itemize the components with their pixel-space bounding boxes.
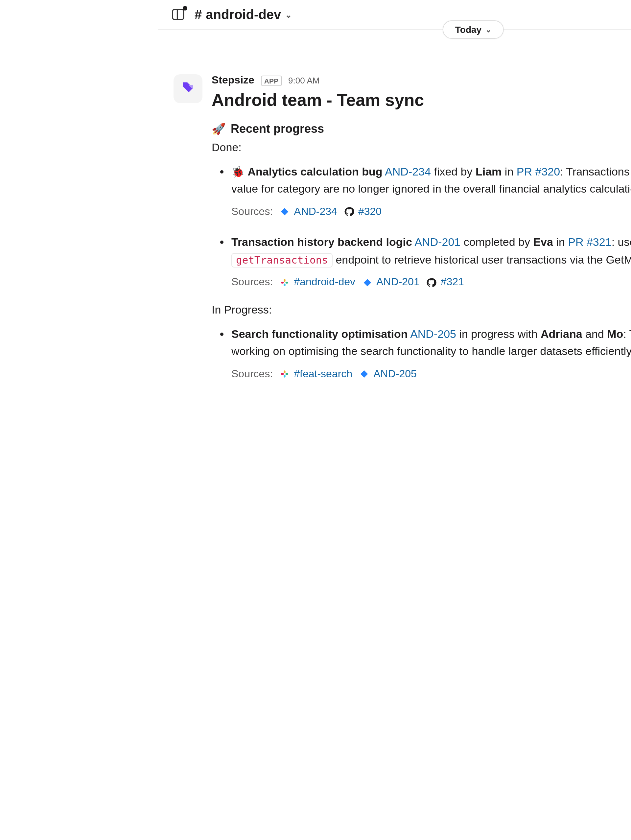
message: Stepsize APP 9:00 AM Android team - Team… — [158, 51, 631, 386]
channel-name: android-dev — [206, 7, 281, 22]
svg-rect-11 — [286, 373, 288, 375]
ticket-link[interactable]: AND-201 — [415, 236, 461, 249]
source-slack[interactable]: #feat-search — [279, 366, 352, 382]
pr-link[interactable]: PR #320 — [517, 166, 560, 178]
sources-row: Sources: #feat-search AND-205 — [231, 366, 631, 382]
bug-icon: 🐞 — [231, 166, 245, 177]
source-github[interactable]: #320 — [344, 204, 382, 220]
channel-name-button[interactable]: # android-dev ⌄ — [194, 7, 292, 22]
source-github[interactable]: #321 — [426, 274, 464, 291]
day-divider[interactable]: Today ⌄ — [443, 21, 504, 39]
svg-rect-8 — [284, 283, 286, 286]
source-jira[interactable]: AND-205 — [359, 366, 417, 382]
list-item: Transaction history backend logic AND-20… — [231, 234, 631, 291]
source-jira[interactable]: AND-234 — [279, 204, 337, 220]
day-label: Today — [455, 24, 481, 35]
list-item: Search functionality optimisation AND-20… — [231, 326, 631, 382]
code-inline: getTransactions — [231, 253, 333, 267]
chevron-down-icon: ⌄ — [285, 9, 292, 19]
rocket-icon: 🚀 — [211, 122, 226, 136]
source-jira[interactable]: AND-201 — [362, 274, 420, 291]
svg-rect-10 — [281, 373, 284, 375]
pr-link[interactable]: PR #321 — [568, 236, 611, 249]
message-title: Android team - Team sync — [211, 90, 631, 111]
channel-header: # android-dev ⌄ 11 — [158, 0, 631, 30]
svg-rect-4 — [281, 208, 289, 216]
svg-rect-9 — [363, 279, 371, 286]
svg-rect-14 — [361, 370, 368, 378]
ticket-link[interactable]: AND-205 — [410, 328, 456, 341]
ticket-link[interactable]: AND-234 — [385, 166, 431, 178]
section-heading: Recent progress — [231, 122, 324, 136]
subheading-done: Done: — [211, 141, 631, 155]
sources-row: Sources: AND-234 #320 — [231, 204, 631, 220]
hash-icon: # — [194, 7, 202, 22]
svg-rect-5 — [281, 281, 284, 283]
split-view-icon[interactable] — [171, 8, 185, 21]
list-item: 🐞 Analytics calculation bug AND-234 fixe… — [231, 164, 631, 220]
app-badge: APP — [261, 76, 282, 86]
app-avatar — [174, 74, 202, 103]
svg-rect-7 — [284, 279, 286, 281]
source-slack[interactable]: #android-dev — [279, 274, 355, 291]
svg-rect-0 — [172, 9, 183, 19]
chevron-down-icon: ⌄ — [486, 25, 491, 34]
svg-rect-6 — [286, 281, 288, 283]
svg-rect-13 — [284, 375, 286, 377]
timestamp[interactable]: 9:00 AM — [288, 76, 319, 85]
svg-rect-12 — [284, 370, 286, 373]
author-name[interactable]: Stepsize — [211, 74, 254, 86]
sources-row: Sources: #android-dev AND-201 #321 — [231, 274, 631, 291]
subheading-inprogress: In Progress: — [211, 304, 631, 317]
